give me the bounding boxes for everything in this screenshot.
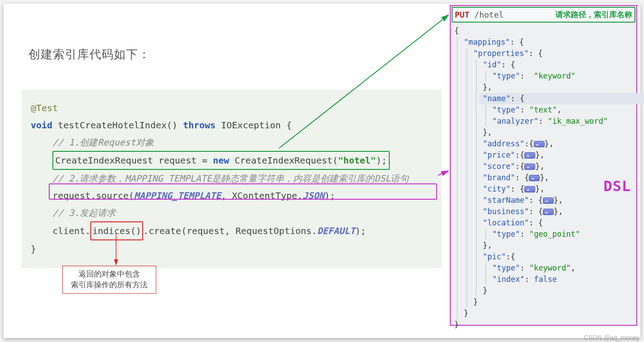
fn-name: testCreateHotelIndex() [52, 120, 183, 131]
comment-3: // 3.发起请求 [52, 207, 116, 218]
key-type-3: "type" [492, 230, 520, 239]
slide: 创建索引库代码如下： @Test void testCreateHotelInd… [4, 4, 640, 338]
key-analyzer: "analyzer" [492, 117, 538, 126]
code-client: client. [52, 225, 90, 236]
highlighted-name-row: "name": { [479, 93, 644, 104]
val-false: false [534, 275, 557, 284]
string-hotel: "hotel" [338, 155, 376, 166]
callout-line2: 索引库操作的所有方法 [71, 280, 148, 290]
key-id: "id" [483, 60, 501, 69]
callout-indices: 返回的对象中包含 索引库操作的所有方法 [62, 266, 156, 294]
dsl-label: DSL [603, 178, 631, 195]
key-brand: "brand" [483, 173, 515, 182]
val-keyword: "keyword" [534, 71, 575, 80]
java-code-block: @Test void testCreateHotelIndex() throws… [22, 89, 442, 268]
code-create-a: CreateIndexRequest request = [55, 155, 213, 166]
key-mappings: "mappings" [464, 37, 510, 47]
http-path: /hotel [470, 10, 504, 19]
key-business: "business" [483, 207, 529, 216]
key-location: "location" [483, 218, 529, 227]
brace-close: } [31, 244, 36, 254]
key-score: "score" [483, 162, 515, 171]
key-price: "price" [483, 150, 515, 159]
val-geo: "geo_point" [529, 230, 580, 239]
dsl-header: PUT /hotel 请求路径，索引库名称 [452, 7, 635, 23]
key-pic: "pic" [483, 252, 506, 261]
request-line: PUT /hotel [455, 10, 504, 19]
watermark: CSDN @aq_money [584, 334, 639, 341]
code-create-b: CreateIndexRequest( [229, 155, 338, 166]
annotation-test: @Test [31, 103, 58, 113]
code-create-c: ); [376, 155, 387, 166]
key-properties: "properties" [473, 49, 529, 58]
const-json: JSON [303, 190, 324, 201]
val-keyword-2: "keyword" [529, 263, 571, 272]
key-name: "name" [483, 94, 510, 103]
fold-icon[interactable] [524, 186, 535, 192]
exception: IOException { [215, 120, 292, 131]
code-end: ); [355, 225, 366, 236]
header-label: 请求路径，索引库名称 [555, 9, 632, 20]
key-starname: "starName" [483, 196, 529, 205]
fold-icon[interactable] [543, 197, 554, 204]
fold-icon[interactable] [524, 164, 535, 170]
comment-2: // 2.请求参数，MAPPING_TEMPLATE是静态常量字符串，内容是创建… [52, 173, 409, 184]
fold-icon[interactable] [524, 152, 535, 159]
fold-icon[interactable] [543, 209, 554, 215]
highlight-indices: indices() [90, 221, 143, 240]
keyword-void: void [31, 120, 52, 131]
keyword-new: new [213, 155, 229, 166]
val-ik: "ik_max_word" [548, 117, 608, 126]
comment-1: // 1.创建Request对象 [52, 137, 154, 148]
http-method-put: PUT [455, 10, 470, 19]
code-create: .create(request, RequestOptions. [143, 225, 317, 236]
page-title: 创建索引库代码如下： [28, 47, 150, 62]
dsl-panel: PUT /hotel 请求路径，索引库名称 { "mappings": { "p… [450, 5, 637, 326]
key-address: "address" [483, 139, 524, 148]
fold-icon[interactable] [529, 175, 540, 181]
key-index: "index" [492, 275, 525, 284]
const-default: DEFAULT [317, 225, 355, 236]
callout-line1: 返回的对象中包含 [71, 269, 148, 280]
key-type-2: "type" [492, 105, 520, 114]
code-source-c: ); [324, 190, 335, 201]
keyword-throws: throws [183, 120, 215, 131]
key-city: "city" [483, 184, 510, 193]
code-source-a: request.source( [52, 190, 134, 201]
fold-icon[interactable] [534, 141, 545, 147]
val-text: "text" [529, 105, 557, 114]
code-source-b: , XContentType. [221, 190, 303, 201]
key-type-4: "type" [492, 263, 520, 272]
highlight-create-request: CreateIndexRequest request = new CreateI… [52, 151, 390, 170]
const-mapping-template: MAPPING_TEMPLATE [134, 190, 221, 201]
key-type: "type" [492, 71, 520, 80]
